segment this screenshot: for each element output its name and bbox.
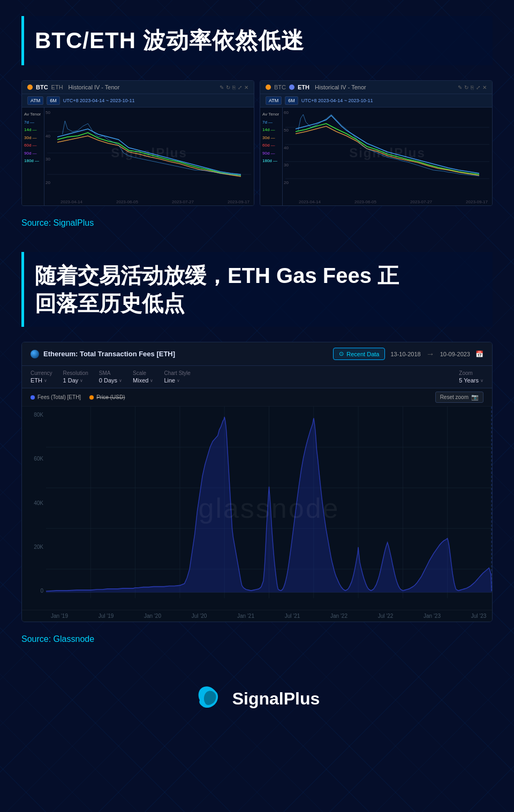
- x-label-1: 2023-04-14: [61, 200, 82, 204]
- logo-svg: [194, 684, 224, 714]
- currency-dropdown[interactable]: ETH ∨: [31, 377, 52, 384]
- copy-icon2[interactable]: ⎘: [471, 85, 474, 90]
- btc-tenor-legend: Av Tenor 7d — 14d — 30d — 60d — 90d — 18…: [22, 108, 44, 205]
- eth-atm-btn[interactable]: ATM: [266, 96, 282, 105]
- eth-tenor-60d: 60d —: [262, 142, 280, 149]
- currency-label: Currency: [31, 370, 52, 376]
- y-60k: 60K: [34, 456, 43, 462]
- section2-header: 随着交易活动放缓，ETH Gas Fees 正 回落至历史低点: [21, 252, 493, 327]
- zoom-value: 5 Years: [459, 377, 479, 384]
- svg-marker-21: [46, 417, 492, 593]
- eth-y-20: 20: [284, 180, 289, 185]
- gn-x-axis: Jan '19 Jul '19 Jan '20 Jul '20 Jan '21 …: [22, 610, 492, 622]
- refresh-icon2[interactable]: ↻: [464, 85, 468, 90]
- btc-chart-canvas: 50 40 30 20 SignalPlus: [44, 108, 254, 198]
- tenor-90d: 90d —: [24, 150, 42, 157]
- currency-control: Currency ETH ∨: [31, 370, 52, 384]
- tenor-30d: 30d —: [24, 134, 42, 142]
- chart-style-dropdown[interactable]: Line ∨: [164, 377, 190, 384]
- expand-icon[interactable]: ⤢: [238, 85, 242, 90]
- close-icon[interactable]: ✕: [244, 85, 248, 90]
- btc-atm-btn[interactable]: ATM: [27, 96, 43, 105]
- x-jul23: Jul '23: [465, 613, 492, 619]
- x-label-3: 2023-07-27: [172, 200, 194, 204]
- btc-chart-title: BTC ETH Historical IV - Tenor: [27, 84, 119, 90]
- gn-y-axis: 80K 60K 40K 20K 0: [22, 407, 46, 610]
- scale-control: Scale Mixed ∨: [133, 370, 153, 384]
- eth-x-3: 2023-07-27: [410, 200, 432, 204]
- btc-dot-icon: [27, 85, 33, 90]
- reset-zoom-button[interactable]: Reset zoom 📷: [435, 392, 483, 403]
- btc-dot2-icon: [266, 85, 271, 90]
- fees-legend-item: Fees (Total) [ETH]: [31, 394, 81, 400]
- close-icon2[interactable]: ✕: [482, 85, 487, 90]
- eth-chart-header: BTC ETH Historical IV - Tenor ✎ ↻ ⎘ ⤢ ✕: [260, 81, 492, 94]
- y-label-50: 50: [46, 110, 50, 115]
- section1-header: BTC/ETH 波动率依然低迷: [21, 16, 493, 65]
- btc-tab[interactable]: BTC: [36, 84, 48, 90]
- edit-icon[interactable]: ✎: [220, 85, 224, 90]
- copy-icon[interactable]: ⎘: [232, 85, 236, 90]
- eth-y-60: 60: [284, 110, 289, 115]
- zoom-control: Zoom 5 Years ∨: [459, 370, 483, 384]
- chart-style-control: Chart Style Line ∨: [164, 370, 190, 384]
- eth-tab[interactable]: ETH: [51, 84, 63, 90]
- eth-eth-tab[interactable]: ETH: [298, 84, 309, 90]
- sma-chevron-icon: ∨: [119, 378, 122, 383]
- y-40k: 40K: [34, 500, 43, 506]
- x-label-2: 2023-06-05: [116, 200, 138, 204]
- y-80k: 80K: [34, 412, 43, 418]
- resolution-label: Resolution: [63, 370, 88, 376]
- calendar-icon[interactable]: 📅: [475, 350, 483, 358]
- sma-dropdown[interactable]: 0 Days ∨: [99, 377, 122, 384]
- globe-icon: [31, 350, 39, 358]
- eth-btc-tab[interactable]: BTC: [274, 84, 286, 90]
- gn-controls: Currency ETH ∨ Resolution 1 Day ∨ SMA 0 …: [22, 366, 492, 388]
- x-label-4: 2023-09-17: [228, 200, 250, 204]
- scale-dropdown[interactable]: Mixed ∨: [133, 377, 153, 384]
- gn-chart-body: glassnode: [46, 407, 492, 610]
- btc-chart-body: Av Tenor 7d — 14d — 30d — 60d — 90d — 18…: [22, 108, 254, 205]
- eth-tenor-30d: 30d —: [262, 134, 280, 142]
- zoom-dropdown[interactable]: 5 Years ∨: [459, 377, 483, 384]
- edit-icon2[interactable]: ✎: [458, 85, 462, 90]
- recent-data-label: Recent Data: [346, 351, 379, 357]
- x-jan20: Jan '20: [139, 613, 166, 619]
- y-20k: 20K: [34, 544, 43, 550]
- btc-chart-svg: [47, 110, 251, 196]
- eth-x-1: 2023-04-14: [299, 200, 321, 204]
- resolution-value: 1 Day: [63, 377, 79, 384]
- eth-tenor-14d: 14d —: [262, 126, 280, 134]
- eth-y-50: 50: [284, 128, 289, 133]
- reset-zoom-label: Reset zoom: [440, 394, 468, 400]
- resolution-dropdown[interactable]: 1 Day ∨: [63, 377, 88, 384]
- eth-chart-actions: ✎ ↻ ⎘ ⤢ ✕: [458, 85, 487, 90]
- price-legend-dot: [89, 395, 94, 400]
- eth-period-btn[interactable]: 6M: [285, 96, 298, 105]
- gn-chart-title: Ethereum: Total Transaction Fees [ETH]: [31, 350, 175, 358]
- x-jan19: Jan '19: [46, 613, 73, 619]
- tenor-180d: 180d —: [24, 157, 42, 165]
- eth-chart-area: 60 50 40 30 20 SignalPlus: [283, 108, 492, 205]
- y-label-20: 20: [46, 180, 50, 185]
- refresh-icon[interactable]: ↻: [226, 85, 230, 90]
- x-jul20: Jul '20: [186, 613, 213, 619]
- btc-period-btn[interactable]: 6M: [47, 96, 60, 105]
- signalplus-brand-name: SignalPlus: [232, 689, 320, 709]
- clock-icon: ⊙: [339, 350, 344, 357]
- camera-icon[interactable]: 📷: [471, 394, 479, 401]
- x-jul19: Jul '19: [93, 613, 119, 619]
- btc-x-axis: 2023-04-14 2023-06-05 2023-07-27 2023-09…: [44, 198, 254, 205]
- currency-chevron-icon: ∨: [44, 378, 47, 383]
- recent-data-button[interactable]: ⊙ Recent Data: [333, 348, 385, 360]
- eth-tenor-7d: 7d —: [262, 119, 280, 126]
- x-jan23: Jan '23: [419, 613, 445, 619]
- expand-icon2[interactable]: ⤢: [476, 85, 480, 90]
- sma-value: 0 Days: [99, 377, 117, 384]
- footer-logo: SignalPlus: [21, 673, 493, 719]
- scale-chevron-icon: ∨: [150, 378, 153, 383]
- eth-x-2: 2023-06-05: [354, 200, 376, 204]
- eth-chart-title: BTC ETH Historical IV - Tenor: [266, 84, 366, 90]
- x-jan22: Jan '22: [326, 613, 352, 619]
- btc-y-axis: 50 40 30 20: [46, 110, 50, 185]
